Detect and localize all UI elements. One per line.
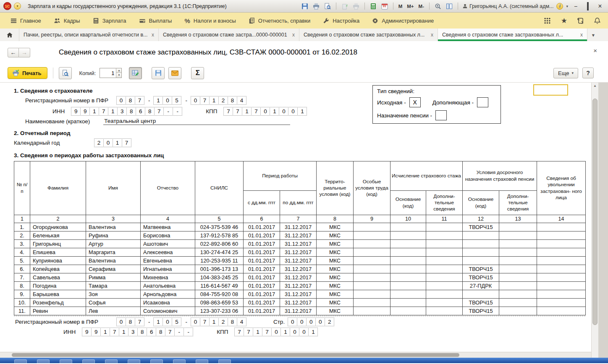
- cell-special[interactable]: [354, 223, 390, 231]
- cell-from[interactable]: 01.01.2017: [244, 290, 280, 299]
- save-file-button[interactable]: [152, 67, 165, 79]
- cell-terr[interactable]: МКС: [317, 257, 354, 265]
- digit-cell[interactable]: 6: [147, 328, 156, 336]
- tab-szv-stazh-2[interactable]: Сведения о страховом стаже застрахованны…: [299, 29, 438, 41]
- cell-mid[interactable]: Ашотович: [141, 240, 195, 248]
- digit-cell[interactable]: 5: [172, 96, 181, 105]
- col-header-to[interactable]: по дд.мм. гггг: [280, 191, 317, 215]
- cell-special[interactable]: [354, 282, 390, 290]
- cell-calc_basis[interactable]: [390, 257, 426, 265]
- digit-cell[interactable]: 7: [99, 107, 108, 116]
- cell-early_extra[interactable]: [499, 273, 537, 282]
- print-preview-icon[interactable]: [323, 2, 332, 10]
- cell-terr[interactable]: МКС: [317, 282, 354, 290]
- cell-mid[interactable]: Исааковна: [141, 299, 195, 307]
- cell-calc_extra[interactable]: [426, 307, 463, 315]
- cell-calc_basis[interactable]: [390, 248, 426, 257]
- cell-to[interactable]: 31.12.2017: [280, 307, 317, 315]
- current-user[interactable]: Григорьянц А.А. (системный адм...: [462, 3, 553, 9]
- cell-early_extra[interactable]: [499, 257, 537, 265]
- taskbar-app-icon[interactable]: [60, 359, 72, 363]
- col-number[interactable]: 5: [195, 215, 244, 223]
- cell-last[interactable]: Огородникова: [30, 223, 86, 231]
- cell-special[interactable]: [354, 257, 390, 265]
- back-button[interactable]: ←: [8, 48, 19, 57]
- col-number[interactable]: 6: [244, 215, 280, 223]
- digit-cell[interactable]: 0: [260, 107, 270, 116]
- cell-first[interactable]: Римма: [86, 273, 141, 282]
- digit-cell[interactable]: 4: [237, 96, 246, 105]
- calculator-icon[interactable]: [369, 2, 377, 10]
- cell-from[interactable]: 01.01.2017: [244, 231, 280, 240]
- vscroll-thumb[interactable]: [592, 99, 598, 325]
- selected-cell[interactable]: [533, 84, 568, 96]
- forward-button[interactable]: →: [19, 48, 30, 57]
- digit-cell[interactable]: 1: [119, 328, 128, 336]
- cell-dismissal[interactable]: [537, 223, 586, 231]
- copies-stepper[interactable]: ▲ ▼: [100, 68, 122, 78]
- cell-special[interactable]: [354, 290, 390, 299]
- col-header-middlename[interactable]: Отчество: [141, 161, 195, 215]
- digit-cell[interactable]: 7: [223, 107, 233, 116]
- cell-last[interactable]: Епишева: [30, 248, 86, 257]
- memory-m-button[interactable]: M: [398, 4, 404, 9]
- cell-n[interactable]: 4.: [14, 248, 30, 257]
- pension-checkbox[interactable]: [435, 110, 447, 120]
- digit-cell[interactable]: 7: [251, 107, 261, 116]
- cell-calc_basis[interactable]: [390, 282, 426, 290]
- digit-cell[interactable]: 0: [191, 96, 200, 105]
- digit-cell[interactable]: 1: [297, 107, 307, 116]
- digit-cell[interactable]: 0: [306, 317, 316, 326]
- taskbar-app-icon[interactable]: [37, 359, 50, 363]
- tab-close-icon[interactable]: x: [292, 32, 295, 38]
- digit-cell[interactable]: 0: [288, 317, 297, 326]
- digit-cell[interactable]: 8: [126, 317, 135, 326]
- tab-szv-stazh-1[interactable]: Сведения о страховом стаже застра...0000…: [159, 29, 299, 41]
- cell-calc_extra[interactable]: [426, 290, 463, 299]
- cell-last[interactable]: Григорьянц: [30, 240, 86, 248]
- col-header-period[interactable]: Период работы: [244, 161, 317, 191]
- system-menu-button[interactable]: ▾: [14, 3, 21, 10]
- digit-cell[interactable]: 0: [297, 317, 307, 326]
- col-header-calc-extra[interactable]: Дополни- тельные сведения: [426, 191, 463, 215]
- cell-to[interactable]: 31.12.2017: [280, 231, 317, 240]
- cell-early_basis[interactable]: [463, 231, 499, 240]
- notifications-bell-icon[interactable]: [594, 17, 600, 24]
- digit-cell[interactable]: 0: [116, 317, 126, 326]
- col-header-from[interactable]: с дд.мм. гггг: [244, 191, 280, 215]
- cell-last[interactable]: Савельева: [30, 273, 86, 282]
- split-view-icon[interactable]: [445, 2, 453, 10]
- cell-early_basis[interactable]: ТВОРЧ15: [463, 265, 499, 273]
- cell-snils[interactable]: 001-396-173 13: [195, 265, 244, 273]
- cell-calc_basis[interactable]: [390, 223, 426, 231]
- digit-cell[interactable]: 9: [91, 328, 101, 336]
- sum-button[interactable]: Σ: [191, 67, 204, 79]
- digit-cell[interactable]: 0: [191, 317, 200, 326]
- col-header-num[interactable]: № п/п: [14, 161, 30, 215]
- col-number[interactable]: 12: [463, 215, 499, 223]
- digit-cell[interactable]: 2: [218, 96, 228, 105]
- digit-cell[interactable]: 7: [200, 96, 210, 105]
- print-button[interactable]: Печать: [8, 67, 47, 79]
- cell-special[interactable]: [354, 273, 390, 282]
- cell-from[interactable]: 01.01.2017: [244, 257, 280, 265]
- cell-early_basis[interactable]: ТВОРЧ15: [463, 307, 499, 315]
- info-caret-icon[interactable]: ▾: [566, 4, 568, 8]
- digit-cell[interactable]: 0: [288, 107, 298, 116]
- cell-n[interactable]: 5.: [14, 257, 30, 265]
- digit-cell[interactable]: 5: [172, 317, 181, 326]
- digit-cell[interactable]: 1: [280, 328, 290, 336]
- cell-calc_basis[interactable]: [390, 231, 426, 240]
- digit-cell[interactable]: 1: [153, 317, 163, 326]
- digit-cell[interactable]: -: [163, 107, 173, 116]
- cell-calc_extra[interactable]: [426, 265, 463, 273]
- digit-cell[interactable]: 7: [200, 317, 210, 326]
- history-icon[interactable]: [577, 17, 584, 24]
- col-number[interactable]: 3: [86, 215, 141, 223]
- col-number[interactable]: 1: [14, 215, 30, 223]
- taskbar-app-icon[interactable]: [150, 359, 163, 363]
- digit-cell[interactable]: 6: [136, 107, 145, 116]
- col-header-lastname[interactable]: Фамилия: [30, 161, 86, 215]
- cell-calc_basis[interactable]: [390, 299, 426, 307]
- digit-cell[interactable]: 0: [290, 328, 299, 336]
